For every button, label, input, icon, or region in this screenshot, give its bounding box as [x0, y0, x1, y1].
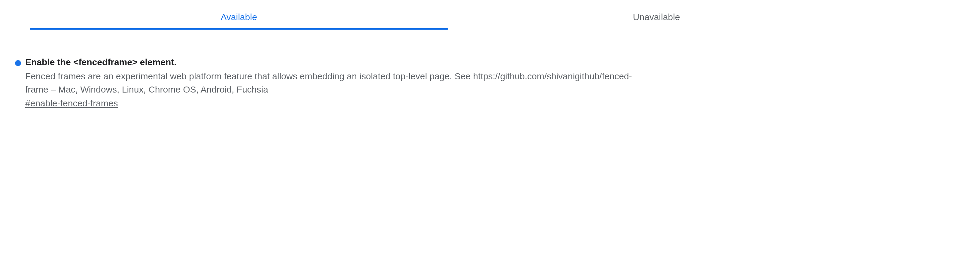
flag-description: Fenced frames are an experimental web pl… — [25, 70, 650, 96]
tab-unavailable[interactable]: Unavailable — [448, 6, 865, 30]
flag-title: Enable the <fencedframe> element. — [25, 57, 650, 67]
tab-unavailable-label: Unavailable — [633, 12, 680, 22]
flag-row: Enable the <fencedframe> element. Fenced… — [15, 57, 965, 108]
modified-indicator-icon — [15, 60, 21, 66]
flags-tabs: Available Unavailable — [30, 6, 865, 30]
tab-available-label: Available — [221, 12, 257, 22]
flag-content: Enable the <fencedframe> element. Fenced… — [25, 57, 650, 108]
tab-available[interactable]: Available — [30, 6, 448, 30]
flag-anchor-link[interactable]: #enable-fenced-frames — [25, 98, 118, 108]
